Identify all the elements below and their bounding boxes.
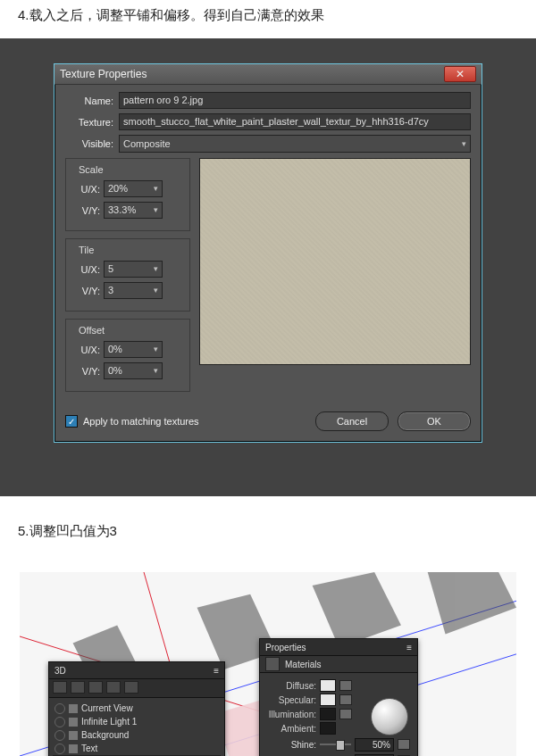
ambient-label: Ambient:: [267, 724, 316, 734]
item-icon: [69, 744, 78, 753]
tree-item[interactable]: Current View: [53, 702, 221, 715]
visibility-icon[interactable]: [54, 703, 65, 714]
tile-vy-select[interactable]: 3▾: [104, 282, 163, 299]
offset-vy-value: 0%: [108, 363, 122, 378]
material-preview-sphere[interactable]: [371, 698, 408, 735]
chevron-down-icon: ▾: [154, 181, 158, 196]
specular-swatch[interactable]: [320, 694, 336, 706]
chevron-down-icon: ▾: [462, 136, 466, 152]
folder-icon[interactable]: [339, 694, 352, 705]
tree-item-label: Infinite Light 1: [81, 717, 137, 727]
scale-vy-select[interactable]: 33.3%▾: [104, 202, 163, 219]
diffuse-label: Diffuse:: [267, 681, 316, 691]
apply-matching-checkbox[interactable]: ✓ Apply to matching textures: [65, 415, 199, 428]
ambient-swatch[interactable]: [320, 722, 336, 735]
scale-group: Scale U/X: 20%▾ V/Y: 33.3%▾: [65, 158, 190, 231]
tile-group: Tile U/X: 5▾ V/Y: 3▾: [65, 238, 190, 312]
scale-vy-label: V/Y:: [73, 205, 100, 216]
scene-tree[interactable]: Current ViewInfinite Light 1BackgroundTe…: [49, 698, 224, 756]
folder-icon[interactable]: [339, 709, 352, 719]
panel-menu-icon[interactable]: ≡: [214, 666, 219, 676]
scale-ux-select[interactable]: 20%▾: [104, 180, 163, 197]
scale-ux-value: 20%: [108, 181, 128, 196]
item-icon: [69, 718, 78, 727]
slider-thumb[interactable]: [336, 740, 345, 751]
tree-item[interactable]: Infinite Light 1: [53, 715, 221, 728]
materials-icon: [265, 657, 280, 671]
chevron-down-icon: ▾: [154, 262, 158, 277]
tile-ux-value: 5: [108, 262, 113, 277]
tile-header: Tile: [73, 245, 182, 255]
visible-label: Visible:: [65, 138, 119, 149]
slider-label: Shine:: [267, 740, 316, 750]
tree-item-label: Background: [81, 730, 129, 740]
diffuse-swatch[interactable]: [320, 679, 336, 692]
offset-header: Offset: [73, 325, 182, 336]
scale-vy-value: 33.3%: [108, 203, 136, 218]
dialog-titlebar[interactable]: Texture Properties ✕: [54, 64, 482, 85]
tile-ux-label: U/X:: [73, 264, 100, 275]
panel-3d[interactable]: 3D≡ Current ViewInfinite Light 1Backgrou…: [48, 661, 225, 756]
visible-select[interactable]: Composite ▾: [119, 135, 471, 153]
slider-row: Shine:50%: [267, 737, 410, 752]
panel-menu-icon[interactable]: ≡: [406, 643, 412, 652]
panel-properties-title: Properties: [265, 643, 306, 652]
folder-icon[interactable]: [339, 680, 352, 691]
scale-header: Scale: [73, 164, 182, 175]
dialog-title: Texture Properties: [60, 68, 147, 80]
figure-2-canvas: 3D≡ Current ViewInfinite Light 1Backgrou…: [20, 572, 516, 756]
offset-vy-label: V/Y:: [73, 366, 100, 377]
slider-value[interactable]: 50%: [355, 738, 394, 752]
texture-properties-dialog: Texture Properties ✕ Name: pattern oro 9…: [54, 63, 482, 443]
tile-vy-value: 3: [108, 283, 113, 298]
panel-properties[interactable]: Properties≡ Materials Diffuse: Specular:…: [259, 638, 418, 756]
svg-marker-6: [313, 572, 401, 647]
tile-ux-select[interactable]: 5▾: [104, 261, 163, 278]
name-label: Name:: [65, 96, 119, 106]
tree-item-label: Text: [81, 744, 97, 753]
chevron-down-icon: ▾: [154, 342, 158, 357]
ok-button[interactable]: OK: [398, 411, 471, 431]
figure-1-canvas: Texture Properties ✕ Name: pattern oro 9…: [0, 38, 536, 496]
specular-label: Specular:: [267, 695, 316, 705]
dialog-body: Name: pattern oro 9 2.jpg Texture: smoot…: [54, 85, 482, 442]
close-icon: ✕: [456, 68, 465, 80]
apply-matching-label: Apply to matching textures: [83, 416, 199, 427]
cancel-button[interactable]: Cancel: [315, 411, 389, 431]
offset-vy-select[interactable]: 0%▾: [104, 362, 163, 379]
tree-item[interactable]: Text: [53, 742, 221, 755]
illumination-swatch[interactable]: [320, 708, 336, 720]
offset-ux-value: 0%: [108, 342, 122, 357]
name-input[interactable]: pattern oro 9 2.jpg: [119, 92, 471, 109]
visibility-icon[interactable]: [54, 744, 65, 754]
texture-preview: [199, 158, 471, 365]
panel-3d-title: 3D: [54, 666, 66, 676]
close-button[interactable]: ✕: [444, 66, 476, 82]
tile-vy-label: V/Y:: [73, 286, 100, 296]
chevron-down-icon: ▾: [154, 363, 158, 378]
offset-group: Offset U/X: 0%▾ V/Y: 0%▾: [65, 319, 190, 392]
panel-3d-filter-tabs[interactable]: [49, 679, 224, 698]
chevron-down-icon: ▾: [154, 283, 158, 298]
checkbox-checked-icon: ✓: [65, 415, 78, 428]
visibility-icon[interactable]: [54, 717, 65, 727]
slider-track[interactable]: [320, 744, 351, 745]
item-icon: [69, 731, 78, 740]
texture-label: Texture:: [65, 117, 119, 128]
panel-properties-sub: Materials: [260, 656, 417, 673]
tree-item[interactable]: Background: [53, 728, 221, 742]
materials-label: Materials: [285, 660, 322, 669]
item-icon: [69, 704, 78, 713]
visibility-icon[interactable]: [54, 730, 65, 741]
offset-ux-label: U/X:: [73, 345, 100, 355]
texture-input[interactable]: smooth_stucco_flat_white_paint_plaster_w…: [119, 113, 471, 130]
tree-item-label: Current View: [81, 703, 133, 713]
illumination-label: Illumination:: [267, 710, 316, 719]
step4-text: 4.载入之后，调整平铺和偏移。得到自己满意的效果: [0, 0, 536, 38]
folder-icon[interactable]: [398, 739, 410, 750]
visible-value: Composite: [123, 136, 171, 152]
scale-ux-label: U/X:: [73, 184, 100, 195]
chevron-down-icon: ▾: [154, 203, 158, 218]
offset-ux-select[interactable]: 0%▾: [104, 341, 163, 358]
step5-text: 5.调整凹凸值为3: [0, 496, 536, 554]
